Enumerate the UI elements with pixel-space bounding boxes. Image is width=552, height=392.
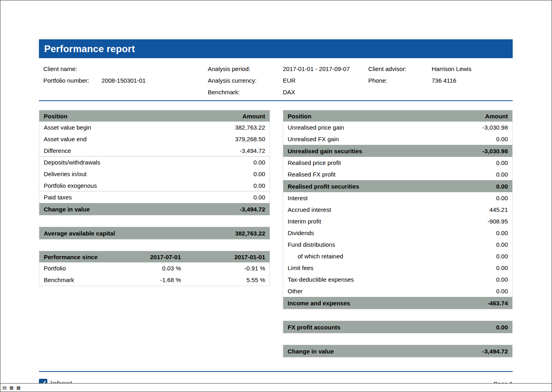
- row-value: -0.91 %: [181, 265, 265, 272]
- row-label: Average available capital: [44, 230, 235, 237]
- client-name-label: Client name:: [43, 65, 101, 72]
- row-value: 0.00: [496, 230, 508, 236]
- row-value: -3,494.72: [240, 206, 265, 213]
- asset-value-table: Position Amount Asset value begin 382,76…: [39, 110, 270, 215]
- meta-row-client-name: Client name:: [43, 63, 208, 75]
- performance-table: Performance since 2017-07-01 2017-01-01 …: [39, 251, 270, 286]
- row-value: 445.21: [489, 206, 508, 213]
- row-value: 0.00: [496, 288, 508, 295]
- row-value: 0.00: [254, 182, 265, 189]
- portfolio-number-label: Portfolio number:: [43, 77, 101, 84]
- table-row: Interim profit -908.95: [283, 215, 512, 227]
- meta-row-benchmark: Benchmark: DAX: [208, 86, 368, 98]
- row-value: -1.68 %: [101, 276, 181, 283]
- meta-row-analysis-currency: Analysis currency: EUR: [208, 75, 368, 86]
- subtotal-row-realised-profit: Realised profit securities 0.00: [283, 180, 512, 192]
- row-value: 0.00: [254, 194, 265, 201]
- row-value: 5.55 %: [181, 276, 265, 283]
- row-value: 0.00: [496, 136, 508, 142]
- meta-row-client-advisor: Client advisor: Harrison Lewis: [368, 63, 513, 75]
- viewer-statusbar: ▤ ▦ ▩: [0, 383, 552, 392]
- page-title: Performance report: [44, 43, 135, 55]
- row-value: -908.95: [487, 218, 508, 225]
- change-in-value-row: Change in value -3,494.72: [283, 345, 512, 357]
- row-value: -3,494.72: [240, 147, 265, 154]
- row-label: Interim profit: [288, 218, 487, 225]
- table-row: Portfolio exogenous 0.00: [39, 180, 270, 191]
- change-in-value-row: Change in value -3,494.72: [39, 203, 270, 215]
- analysis-currency-value: EUR: [283, 77, 368, 84]
- row-value: -3,030.98: [483, 148, 508, 154]
- meta-row-phone: Phone: 736 4116: [368, 75, 513, 86]
- row-label: Portfolio exogenous: [44, 182, 254, 189]
- table-header-row: Position Amount: [283, 110, 512, 122]
- row-value: 0.00: [496, 195, 508, 201]
- row-value: 0.00: [496, 241, 508, 248]
- row-label: Limit fees: [288, 264, 496, 271]
- grid-small-icon[interactable]: ▦: [9, 386, 13, 390]
- row-label: Realised price profit: [288, 159, 496, 166]
- meta-row-analysis-period: Analysis period: 2017-01-01 - 2017-09-07: [208, 63, 368, 75]
- column-header-period2: 2017-01-01: [181, 254, 265, 260]
- row-label: FX profit accounts: [288, 324, 496, 331]
- table-row: Limit fees 0.00: [283, 262, 512, 274]
- column-header-period1: 2017-07-01: [101, 254, 181, 260]
- table-row: Realised FX profit 0.00: [283, 169, 512, 180]
- table-row: of which retained 0.00: [283, 250, 512, 262]
- row-value: 0.00: [254, 171, 265, 177]
- phone-value: 736 4116: [432, 77, 513, 84]
- row-label: of which retained: [288, 253, 496, 260]
- table-header-row: Performance since 2017-07-01 2017-01-01: [39, 251, 270, 262]
- row-label: Income and expenses: [288, 300, 487, 307]
- meta-row-portfolio-number: Portfolio number: 2008-150301-01: [43, 75, 208, 86]
- document-icon[interactable]: ▤: [2, 386, 6, 390]
- column-header-position: Position: [44, 113, 242, 120]
- table-row: Portfolio 0.03 % -0.91 %: [39, 262, 270, 274]
- table-row: Dividends 0.00: [283, 227, 512, 239]
- row-value: 382,763.22: [235, 230, 265, 237]
- row-label: Unrealised FX gain: [288, 136, 496, 142]
- table-row: Benchmark -1.68 % 5.55 %: [39, 274, 270, 286]
- average-capital-row: Average available capital 382,763.22: [39, 227, 270, 239]
- analysis-currency-label: Analysis currency:: [208, 77, 283, 84]
- row-label: Change in value: [44, 206, 240, 213]
- row-label: Realised FX profit: [288, 171, 496, 178]
- meta-column-advisor: Client advisor: Harrison Lewis Phone: 73…: [368, 63, 513, 98]
- row-value: 0.00: [496, 159, 508, 166]
- row-label: Change in value: [288, 348, 483, 355]
- row-label: Unrealised price gain: [288, 124, 483, 131]
- table-row: Deliveries in/out 0.00: [39, 168, 270, 180]
- table-row: Difference -3,494.72: [39, 145, 270, 156]
- row-label: Portfolio: [44, 265, 101, 272]
- report-page: Performance report Client name: Portfoli…: [0, 0, 552, 390]
- row-label: Deposits/withdrawals: [44, 159, 254, 166]
- row-label: Benchmark: [44, 276, 101, 283]
- right-column: Position Amount Unrealised price gain -3…: [283, 110, 513, 357]
- table-header-row: Position Amount: [39, 110, 270, 122]
- row-label: Interest: [288, 195, 496, 201]
- portfolio-number-value: 2008-150301-01: [101, 77, 208, 84]
- left-column: Position Amount Asset value begin 382,76…: [39, 110, 270, 357]
- row-label: Difference: [44, 147, 240, 154]
- table-row: Unrealised price gain -3,030.98: [283, 122, 512, 133]
- row-value: 0.03 %: [101, 265, 181, 272]
- table-row: Realised price profit 0.00: [283, 157, 512, 169]
- profit-loss-table: Position Amount Unrealised price gain -3…: [283, 110, 513, 309]
- row-value: 0.00: [254, 159, 265, 166]
- report-meta: Client name: Portfolio number: 2008-1503…: [39, 58, 513, 101]
- table-row: Interest 0.00: [283, 192, 512, 204]
- table-row: Fund distributions 0.00: [283, 239, 512, 250]
- column-header-amount: Amount: [485, 113, 508, 120]
- analysis-period-label: Analysis period:: [208, 65, 283, 72]
- grid-large-icon[interactable]: ▩: [16, 386, 20, 390]
- row-value: 0.00: [496, 171, 508, 178]
- report-viewer: Performance report Client name: Portfoli…: [0, 0, 552, 392]
- row-value: 379,268.50: [235, 136, 265, 142]
- row-label: Unrealised gain securities: [288, 148, 483, 154]
- column-header-amount: Amount: [242, 113, 265, 120]
- row-value: 0.00: [496, 264, 508, 271]
- row-label: Paid taxes: [44, 194, 254, 201]
- row-label: Dividends: [288, 230, 496, 236]
- subtotal-row-income-expenses: Income and expenses -463.74: [283, 297, 512, 309]
- change-in-value-table: Change in value -3,494.72: [283, 345, 513, 357]
